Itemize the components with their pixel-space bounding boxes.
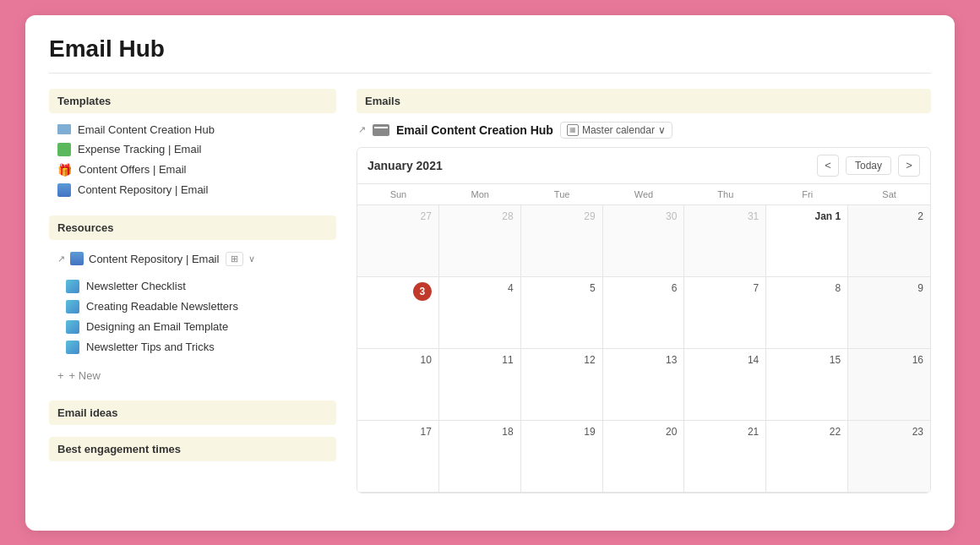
emails-section-header: Emails <box>357 89 931 113</box>
sub-item-label: Designing an Email Template <box>86 320 228 333</box>
sub-item-label: Newsletter Checklist <box>86 280 186 292</box>
day-header-tue: Tue <box>521 184 603 205</box>
cal-cell-jan3[interactable]: 3 <box>357 277 439 349</box>
cal-cell-jan14[interactable]: 14 <box>684 349 766 421</box>
template-label: Content Repository | Email <box>78 183 208 196</box>
cal-cell-jan16[interactable]: 16 <box>848 349 930 421</box>
cal-cell-dec30[interactable]: 30 <box>603 205 685 277</box>
cal-cell-jan4[interactable]: 4 <box>439 277 521 349</box>
day-header-sat: Sat <box>848 184 930 205</box>
stack-icon <box>57 183 71 197</box>
master-calendar-label: Master calendar <box>582 124 655 136</box>
best-engagement-header: Best engagement times <box>49 437 336 461</box>
calendar-title: Email Content Creation Hub <box>396 123 553 137</box>
sub-item-creating-readable[interactable]: Creating Readable Newsletters <box>57 297 336 317</box>
template-label: Content Offers | Email <box>79 163 186 176</box>
cal-cell-jan18[interactable]: 18 <box>439 421 521 493</box>
day-header-sun: Sun <box>357 184 439 205</box>
cal-cell-jan6[interactable]: 6 <box>603 277 685 349</box>
email-blue-icon <box>57 124 71 134</box>
template-label: Expense Tracking | Email <box>78 143 201 155</box>
today-button[interactable]: Today <box>846 156 891 175</box>
cal-cell-jan21[interactable]: 21 <box>684 421 766 493</box>
blue-doc-icon <box>66 341 79 354</box>
cal-cell-dec28[interactable]: 28 <box>439 205 521 277</box>
blue-doc-icon <box>66 320 79 334</box>
best-engagement-section: Best engagement times <box>49 437 336 461</box>
cal-cell-dec27[interactable]: 27 <box>357 205 439 277</box>
main-layout: Templates Email Content Creation Hub Exp… <box>49 89 931 493</box>
green-box-icon <box>57 143 71 156</box>
page-title: Email Hub <box>49 35 931 74</box>
sub-item-designing-template[interactable]: Designing an Email Template <box>57 317 336 337</box>
email-ideas-header: Email ideas <box>49 401 336 425</box>
template-label: Email Content Creation Hub <box>78 123 215 136</box>
template-item-content-repo[interactable]: Content Repository | Email <box>49 180 336 200</box>
day-header-wed: Wed <box>603 184 685 205</box>
email-ideas-section: Email ideas <box>49 401 336 425</box>
master-calendar-badge[interactable]: ▦ Master calendar ∨ <box>560 122 672 139</box>
sub-item-newsletter-tips[interactable]: Newsletter Tips and Tricks <box>57 337 336 357</box>
cal-cell-jan7[interactable]: 7 <box>684 277 766 349</box>
main-card: Email Hub Templates Email Content Creati… <box>25 15 955 531</box>
content-repo-icon <box>70 252 84 265</box>
calendar: January 2021 < Today > Sun Mon Tue Wed T… <box>357 147 931 493</box>
cal-cell-jan12[interactable]: 12 <box>521 349 603 421</box>
resources-section: Resources ↗ Content Repository | Email ⊞… <box>49 215 336 385</box>
blue-doc-icon <box>66 280 79 293</box>
sub-item-label: Creating Readable Newsletters <box>86 300 238 313</box>
next-month-button[interactable]: > <box>898 155 920 177</box>
cal-cell-jan15[interactable]: 15 <box>766 349 848 421</box>
templates-section-header: Templates <box>49 89 336 113</box>
calendar-nav: January 2021 < Today > <box>357 148 930 184</box>
cal-cell-jan17[interactable]: 17 <box>357 421 439 493</box>
external-link-icon[interactable]: ↗ <box>358 124 366 135</box>
cal-cell-jan10[interactable]: 10 <box>357 349 439 421</box>
day-header-fri: Fri <box>766 184 848 205</box>
calendar-grid: Sun Mon Tue Wed Thu Fri Sat 27 28 29 30 … <box>357 184 930 493</box>
gift-icon: 🎁 <box>57 163 72 177</box>
sub-item-label: Newsletter Tips and Tricks <box>86 341 215 353</box>
cal-cell-jan11[interactable]: 11 <box>439 349 521 421</box>
cal-cell-jan8[interactable]: 8 <box>766 277 848 349</box>
template-item-email-hub[interactable]: Email Content Creation Hub <box>49 120 336 139</box>
cal-cell-jan9[interactable]: 9 <box>848 277 930 349</box>
prev-month-button[interactable]: < <box>817 155 839 177</box>
blue-doc-icon <box>66 300 79 313</box>
cal-cell-dec31[interactable]: 31 <box>684 205 766 277</box>
cal-cell-jan2[interactable]: 2 <box>848 205 930 277</box>
resources-link[interactable]: ↗ Content Repository | Email ⊞ ∨ <box>49 247 336 271</box>
sub-item-newsletter-checklist[interactable]: Newsletter Checklist <box>57 276 336 297</box>
right-panel: Emails ↗ Email Content Creation Hub ▦ Ma… <box>357 89 931 493</box>
calendar-top-bar: ↗ Email Content Creation Hub ▦ Master ca… <box>357 122 931 139</box>
add-new-label: + New <box>69 369 101 382</box>
master-calendar-chevron: ∨ <box>658 124 666 136</box>
sub-item-list: Newsletter Checklist Creating Readable N… <box>57 276 336 357</box>
external-link-icon: ↗ <box>57 253 65 264</box>
cal-cell-jan13[interactable]: 13 <box>603 349 685 421</box>
cal-cell-dec29[interactable]: 29 <box>521 205 603 277</box>
sidebar: Templates Email Content Creation Hub Exp… <box>49 89 336 493</box>
cal-cell-jan22[interactable]: 22 <box>766 421 848 493</box>
template-item-content-offers[interactable]: 🎁 Content Offers | Email <box>49 160 336 180</box>
email-icon <box>373 124 389 136</box>
cal-cell-jan19[interactable]: 19 <box>521 421 603 493</box>
view-button[interactable]: ⊞ <box>226 252 243 266</box>
calendar-icon: ▦ <box>567 124 579 136</box>
cal-cell-jan5[interactable]: 5 <box>521 277 603 349</box>
cal-cell-jan20[interactable]: 20 <box>603 421 685 493</box>
calendar-month: January 2021 <box>368 159 443 172</box>
plus-icon: + <box>57 369 64 382</box>
template-list: Email Content Creation Hub Expense Track… <box>49 120 336 200</box>
chevron-down-icon: ∨ <box>248 253 255 264</box>
cal-cell-jan23[interactable]: 23 <box>848 421 930 493</box>
resources-link-label: Content Repository | Email <box>89 253 219 265</box>
day-header-mon: Mon <box>439 184 521 205</box>
add-new-button[interactable]: + + New <box>49 366 336 385</box>
calendar-nav-controls: < Today > <box>817 155 920 177</box>
day-header-thu: Thu <box>684 184 766 205</box>
template-item-expense[interactable]: Expense Tracking | Email <box>49 139 336 160</box>
cal-cell-jan1[interactable]: Jan 1 <box>766 205 848 277</box>
resources-section-header: Resources <box>49 215 336 240</box>
